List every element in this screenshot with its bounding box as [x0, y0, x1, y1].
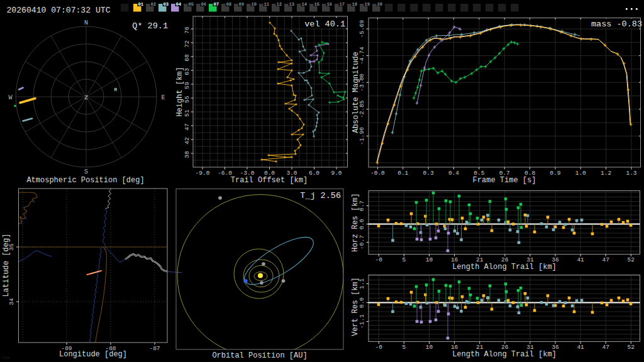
svg-text:N: N [84, 19, 88, 26]
svg-text:76: 76 [184, 26, 191, 34]
svg-text:Longitude [deg]: Longitude [deg] [59, 350, 127, 359]
svg-text:11: 11 [264, 2, 269, 7]
svg-text:08: 08 [226, 2, 231, 7]
svg-text:34: 34 [8, 298, 15, 305]
svg-text:-87: -87 [149, 345, 160, 352]
svg-text:52: 52 [628, 256, 635, 263]
svg-text:R: R [114, 87, 118, 92]
svg-text:41: 41 [577, 256, 584, 263]
svg-text:vel 40.1: vel 40.1 [304, 19, 345, 29]
svg-text:09: 09 [238, 2, 244, 7]
svg-text:38: 38 [184, 151, 191, 158]
svg-text:31: 31 [526, 344, 534, 351]
svg-text:12: 12 [276, 2, 282, 7]
svg-text:9.0: 9.0 [331, 170, 341, 177]
svg-text:72: 72 [184, 40, 191, 48]
svg-text:13: 13 [289, 2, 294, 7]
svg-text:W: W [8, 94, 12, 101]
svg-text:Frame Time [s]: Frame Time [s] [473, 176, 536, 185]
svg-text:26: 26 [501, 256, 509, 263]
svg-text:14: 14 [301, 2, 307, 7]
svg-text:59: 59 [184, 82, 191, 89]
svg-text:68: 68 [184, 54, 191, 62]
svg-text:20: 20 [377, 2, 382, 7]
svg-text:10: 10 [426, 256, 433, 263]
svg-text:0.9: 0.9 [550, 170, 560, 177]
svg-text:Q* 29.1: Q* 29.1 [132, 21, 168, 31]
svg-text:T_j 2.56: T_j 2.56 [300, 191, 341, 200]
svg-text:55: 55 [184, 96, 191, 103]
svg-text:Atmospheric Position [deg]: Atmospheric Position [deg] [26, 176, 144, 185]
svg-text:15: 15 [314, 2, 319, 7]
svg-text:Orbital Position [AU]: Orbital Position [AU] [212, 351, 307, 360]
svg-text:Latitude [deg]: Latitude [deg] [2, 234, 11, 297]
svg-text:-0: -0 [375, 344, 383, 351]
svg-text:42: 42 [184, 137, 191, 145]
svg-text:47: 47 [602, 344, 609, 351]
svg-text:FjW: FjW [3, 356, 9, 360]
svg-text:02: 02 [150, 2, 156, 7]
svg-text:36: 36 [552, 256, 559, 263]
svg-text:16: 16 [451, 256, 458, 263]
svg-text:Horz Res [km]: Horz Res [km] [351, 193, 360, 252]
svg-text:Length Along Trail [km]: Length Along Trail [km] [452, 350, 557, 359]
svg-text:17: 17 [339, 2, 345, 7]
svg-text:-9.0: -9.0 [196, 170, 210, 177]
svg-text:36: 36 [552, 344, 559, 351]
svg-text:47: 47 [602, 256, 609, 263]
svg-text:07: 07 [213, 2, 219, 7]
svg-text:Absolute Magnitude: Absolute Magnitude [352, 52, 360, 133]
svg-text:0.1: 0.1 [397, 170, 408, 177]
svg-text:21: 21 [476, 344, 484, 351]
svg-text:10: 10 [251, 2, 257, 7]
svg-text:52: 52 [628, 344, 635, 351]
svg-text:51: 51 [184, 109, 191, 117]
svg-text:1.2: 1.2 [601, 170, 611, 177]
svg-text:10: 10 [426, 344, 433, 351]
svg-text:21: 21 [476, 256, 484, 263]
svg-text:6.0: 6.0 [309, 170, 319, 177]
svg-text:03: 03 [163, 2, 169, 7]
svg-text:16: 16 [326, 2, 332, 7]
svg-text:0.3: 0.3 [423, 170, 434, 177]
svg-text:1.3: 1.3 [626, 170, 636, 177]
svg-text:5: 5 [402, 256, 406, 263]
svg-text:Trail Offset [km]: Trail Offset [km] [231, 176, 308, 185]
svg-text:04: 04 [175, 2, 181, 7]
svg-text:mass -0.83: mass -0.83 [591, 19, 642, 29]
svg-text:63: 63 [184, 68, 191, 75]
svg-text:18: 18 [352, 2, 357, 7]
svg-text:-6.0: -6.0 [218, 170, 232, 177]
svg-text:1.0: 1.0 [575, 170, 586, 177]
svg-text:19: 19 [364, 2, 370, 7]
svg-text:-0: -0 [375, 256, 383, 263]
svg-text:Length Along Trail [km]: Length Along Trail [km] [452, 263, 557, 272]
svg-text:Vert Res [km]: Vert Res [km] [351, 277, 360, 336]
svg-text:16: 16 [451, 344, 458, 351]
svg-text:41: 41 [577, 344, 584, 351]
svg-text:Height [km]: Height [km] [175, 67, 184, 116]
svg-text:0.4: 0.4 [448, 170, 459, 177]
svg-text:E: E [161, 94, 165, 101]
svg-text:26: 26 [501, 344, 509, 351]
svg-text:47: 47 [184, 123, 191, 130]
svg-text:-5.69: -5.69 [358, 19, 365, 38]
svg-text:S: S [84, 168, 88, 175]
svg-text:Z: Z [84, 94, 88, 101]
svg-text:01: 01 [138, 2, 143, 7]
svg-text:20260410 07:07:32 UTC: 20260410 07:07:32 UTC [7, 6, 111, 15]
svg-text:5: 5 [402, 344, 406, 351]
svg-text:-0.0: -0.0 [370, 170, 385, 177]
svg-text:06: 06 [201, 2, 206, 7]
svg-text:31: 31 [526, 256, 534, 263]
svg-text:05: 05 [188, 2, 194, 7]
